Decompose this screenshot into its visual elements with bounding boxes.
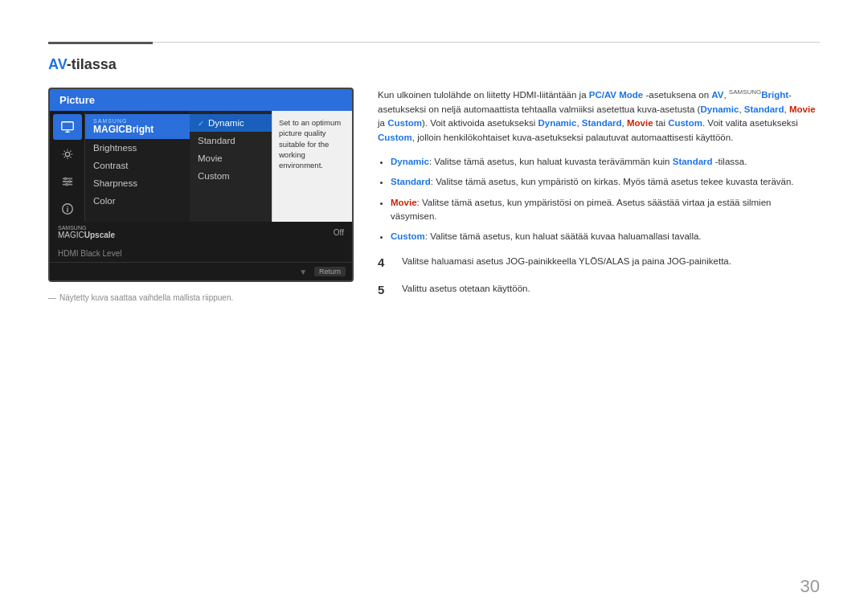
check-mark-icon: ✓ <box>198 119 204 128</box>
custom-highlight2: Custom <box>668 118 702 128</box>
step-4-text: Valitse haluamasi asetus JOG-painikkeell… <box>402 253 731 268</box>
left-accent <box>48 42 153 44</box>
tv-desc-text: Set to an optimum picture quality suitab… <box>279 118 341 170</box>
bullet-standard: Standard: Valitse tämä asetus, kun ympär… <box>391 175 820 189</box>
bullet-standard-inline: Standard <box>673 157 713 166</box>
tv-icon-picture <box>53 114 82 140</box>
tv-upscale-row: SAMSUNG MAGICUpscale Off <box>50 222 352 243</box>
page-container: AV-tilassa Picture <box>0 0 868 613</box>
samsung-label-small: SAMSUNG <box>93 118 182 124</box>
movie-highlight2: Movie <box>627 118 653 128</box>
tv-submenu-standard: Standard <box>190 132 272 149</box>
tv-nav-row: ▼ Return <box>50 262 352 280</box>
title-av: AV <box>48 56 67 72</box>
magic-label-big: MAGICBright <box>93 124 182 135</box>
right-column: Kun ulkoinen tulolähde on liitetty HDMI-… <box>378 88 820 307</box>
bullet-list: Dynamic: Valitse tämä asetus, kun haluat… <box>391 155 820 243</box>
svg-point-9 <box>65 183 68 186</box>
tv-upscale-value: Off <box>334 228 344 237</box>
step-5-text: Valittu asetus otetaan käyttöön. <box>402 280 530 296</box>
svg-point-3 <box>65 152 69 156</box>
tv-menu-contrast: Contrast <box>85 157 190 174</box>
step-4-number: 4 <box>378 253 394 272</box>
note-text: —Näytetty kuva saattaa vaihdella mallist… <box>48 293 354 302</box>
tv-hdmi-label: HDMI Black Level <box>58 249 121 258</box>
tv-menu-header: Picture <box>50 89 352 111</box>
tv-hdmi-row: HDMI Black Level <box>50 243 352 262</box>
tv-submenu-movie: Movie <box>190 149 272 167</box>
dynamic-highlight2: Dynamic <box>538 118 576 128</box>
bullet-movie: Movie: Valitse tämä asetus, kun ympärist… <box>391 196 820 224</box>
tv-menu-body: SAMSUNG MAGICBright Brightness Contrast … <box>50 111 352 222</box>
custom-highlight1: Custom <box>387 118 422 128</box>
step-5-row: 5 Valittu asetus otetaan käyttöön. <box>378 280 820 299</box>
tv-magic-bright-item: SAMSUNG MAGICBright <box>85 114 190 139</box>
tv-return-button[interactable]: Return <box>314 267 346 276</box>
svg-rect-0 <box>61 122 72 130</box>
tv-menu: Picture <box>48 88 354 282</box>
magic-bright-highlight: Bright <box>761 90 788 100</box>
standard-highlight1: Standard <box>744 104 784 114</box>
note-content: Näytetty kuva saattaa vaihdella mallista… <box>59 293 233 302</box>
bullet-dynamic: Dynamic: Valitse tämä asetus, kun haluat… <box>391 155 820 169</box>
magic-upscale-label: MAGICUpscale <box>58 231 115 239</box>
page-number: 30 <box>800 576 820 597</box>
bullet-custom-label: Custom <box>391 231 425 241</box>
dynamic-highlight1: Dynamic <box>700 104 739 114</box>
note-dash: — <box>48 293 56 302</box>
tv-submenu-column: ✓ Dynamic Standard Movie Custom <box>190 111 272 222</box>
tv-icon-info <box>53 196 82 222</box>
tv-menu-column: SAMSUNG MAGICBright Brightness Contrast … <box>85 111 190 222</box>
movie-highlight1: Movie <box>789 104 816 114</box>
tv-submenu-dynamic: ✓ Dynamic <box>190 114 272 132</box>
tv-upscale-label: SAMSUNG MAGICUpscale <box>58 225 115 239</box>
samsung-super: SAMSUNG <box>729 88 761 96</box>
bullet-standard-label: Standard <box>391 177 431 186</box>
tv-description-col: Set to an optimum picture quality suitab… <box>272 111 352 222</box>
title-suffix: -tilassa <box>67 56 117 72</box>
svg-point-7 <box>63 178 66 180</box>
left-column: Picture <box>48 88 354 307</box>
tv-menu-sharpness: Sharpness <box>85 174 190 192</box>
two-column-layout: Picture <box>48 88 820 307</box>
step-4-row: 4 Valitse haluamasi asetus JOG-painikkee… <box>378 253 820 272</box>
bullet-custom: Custom: Valitse tämä asetus, kun haluat … <box>391 230 820 243</box>
tv-menu-brightness: Brightness <box>85 139 190 157</box>
top-rule <box>48 42 820 43</box>
av-highlight: AV <box>711 90 723 100</box>
custom-highlight3: Custom <box>378 133 412 142</box>
tv-icon-settings1 <box>53 141 82 167</box>
tv-icon-settings2 <box>53 169 82 194</box>
pcav-mode-highlight: PC/AV Mode <box>589 90 644 100</box>
samsung-small-label: SAMSUNG <box>58 225 115 231</box>
tv-menu-color: Color <box>85 192 190 210</box>
tv-submenu-custom: Custom <box>190 167 272 185</box>
main-content: AV-tilassa Picture <box>48 56 820 581</box>
svg-point-12 <box>67 206 68 207</box>
standard-highlight2: Standard <box>582 118 622 128</box>
tv-icons-column <box>50 111 85 222</box>
nav-arrow-icon: ▼ <box>299 268 307 276</box>
svg-point-8 <box>68 181 71 183</box>
step-5-number: 5 <box>378 280 394 299</box>
main-paragraph: Kun ulkoinen tulolähde on liitetty HDMI-… <box>378 88 820 145</box>
submenu-dynamic-label: Dynamic <box>208 118 244 128</box>
bullet-dynamic-label: Dynamic <box>391 157 429 166</box>
section-title: AV-tilassa <box>48 56 820 73</box>
bullet-movie-label: Movie <box>391 198 417 207</box>
